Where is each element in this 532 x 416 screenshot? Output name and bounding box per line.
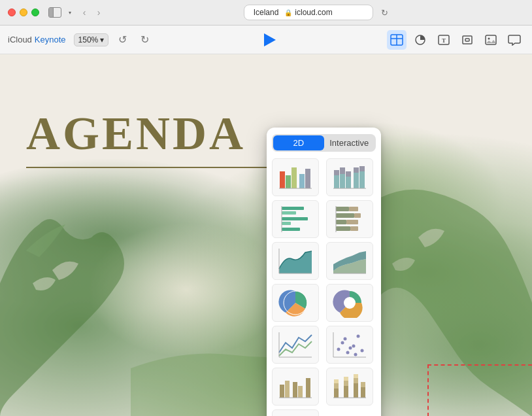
svg-rect-18 <box>340 174 345 188</box>
svg-point-56 <box>356 335 359 338</box>
insert-chart-button[interactable] <box>410 30 430 50</box>
donut-icon <box>331 288 369 318</box>
svg-rect-28 <box>282 211 296 215</box>
text-icon: T <box>437 34 450 46</box>
svg-rect-68 <box>334 389 339 398</box>
insert-table-button[interactable] <box>387 30 407 50</box>
play-button[interactable] <box>263 33 277 47</box>
sidebar-chevron-icon: ▾ <box>67 9 73 16</box>
chart-type-tabs: 2D Interactive <box>272 134 376 152</box>
title-bar: ▾ ‹ › Iceland 🔒 icloud.com ↻ <box>0 0 532 25</box>
slide-title-line <box>26 167 271 168</box>
svg-rect-7 <box>465 39 469 41</box>
svg-rect-63 <box>285 381 290 398</box>
svg-point-54 <box>343 338 346 341</box>
bar-stacked-icon <box>331 162 369 192</box>
svg-rect-40 <box>350 226 358 231</box>
svg-rect-14 <box>305 169 310 188</box>
svg-rect-74 <box>354 383 358 398</box>
browser-chrome: ▾ ‹ › Iceland 🔒 icloud.com ↻ <box>0 0 532 26</box>
chart-option-column-stacked[interactable] <box>326 368 373 406</box>
chart-option-pie[interactable] <box>272 284 319 322</box>
undo-button[interactable]: ↺ <box>114 31 131 48</box>
tab-interactive[interactable]: Interactive <box>324 135 375 150</box>
chart-option-line[interactable] <box>272 326 319 364</box>
svg-rect-69 <box>334 383 339 389</box>
svg-point-57 <box>360 349 363 353</box>
play-icon <box>264 33 276 46</box>
chart-option-bar-stacked[interactable] <box>326 158 373 196</box>
svg-rect-29 <box>282 217 308 220</box>
bubble-icon <box>276 413 314 416</box>
svg-rect-6 <box>463 36 472 44</box>
reload-button[interactable]: ↻ <box>378 7 390 18</box>
shape-icon <box>461 34 474 46</box>
svg-rect-33 <box>336 207 349 211</box>
svg-point-53 <box>346 351 349 355</box>
svg-rect-17 <box>334 170 339 175</box>
chart-option-horizontal-bar-stacked[interactable] <box>326 200 373 238</box>
minimize-button[interactable] <box>20 9 27 16</box>
svg-point-9 <box>488 37 490 39</box>
lock-icon: 🔒 <box>284 9 292 16</box>
svg-rect-37 <box>336 220 346 224</box>
area-icon <box>276 246 314 276</box>
zoom-control[interactable]: 150% ▾ <box>74 33 109 46</box>
svg-point-52 <box>341 341 344 345</box>
url-text: icloud.com <box>295 8 332 17</box>
svg-rect-19 <box>340 167 345 174</box>
slide-area: AGENDA 2D Interactive <box>0 54 532 416</box>
svg-rect-39 <box>336 226 350 231</box>
svg-point-48 <box>344 297 356 309</box>
slide-title: AGENDA <box>26 107 246 161</box>
svg-rect-16 <box>334 175 339 188</box>
back-button[interactable]: ‹ <box>78 7 90 18</box>
svg-rect-73 <box>344 377 348 381</box>
chart-option-horizontal-bar-grouped[interactable] <box>272 200 319 238</box>
chart-option-bar-grouped[interactable] <box>272 158 319 196</box>
svg-rect-30 <box>282 222 291 225</box>
insert-comment-button[interactable] <box>505 30 524 50</box>
chart-option-area[interactable] <box>272 242 319 280</box>
redo-button[interactable]: ↻ <box>136 31 153 48</box>
svg-rect-35 <box>336 213 354 218</box>
svg-rect-10 <box>280 171 285 188</box>
scatter-icon <box>331 330 369 360</box>
forward-button[interactable]: › <box>93 7 105 18</box>
close-button[interactable] <box>8 9 16 16</box>
svg-rect-38 <box>346 220 358 224</box>
svg-rect-23 <box>354 167 359 173</box>
svg-rect-27 <box>282 207 304 210</box>
table-icon <box>390 34 403 46</box>
svg-rect-62 <box>280 385 284 398</box>
keynote-label[interactable]: Keynote <box>35 35 66 44</box>
chart-option-scatter[interactable] <box>326 326 373 364</box>
svg-rect-64 <box>293 382 297 398</box>
insert-media-button[interactable] <box>481 30 501 50</box>
bar-grouped-icon <box>276 162 314 192</box>
toolbar-right: T <box>387 30 524 50</box>
svg-rect-76 <box>354 374 358 378</box>
comment-icon <box>508 34 521 46</box>
svg-rect-13 <box>299 174 305 188</box>
svg-rect-78 <box>361 382 365 387</box>
svg-rect-36 <box>354 213 361 218</box>
tab-2d[interactable]: 2D <box>273 135 324 150</box>
nav-arrows: ‹ › <box>78 7 105 18</box>
horizontal-bar-stacked-icon <box>331 204 369 234</box>
maximize-button[interactable] <box>31 9 39 16</box>
chart-option-donut[interactable] <box>326 284 373 322</box>
insert-shape-button[interactable] <box>457 30 477 50</box>
insert-text-button[interactable]: T <box>434 30 454 50</box>
area-stacked-icon <box>331 246 369 276</box>
chart-option-bubble[interactable] <box>272 409 319 416</box>
sidebar-toggle-button[interactable] <box>48 7 61 18</box>
svg-rect-75 <box>354 378 358 383</box>
svg-rect-22 <box>354 173 359 188</box>
chart-option-area-stacked[interactable] <box>326 242 373 280</box>
svg-rect-21 <box>346 171 351 177</box>
app-toolbar: iCloud Keynote 150% ▾ ↺ ↻ <box>0 26 532 54</box>
svg-rect-12 <box>291 167 297 188</box>
svg-rect-72 <box>344 381 348 386</box>
chart-option-column-grouped[interactable] <box>272 368 319 406</box>
